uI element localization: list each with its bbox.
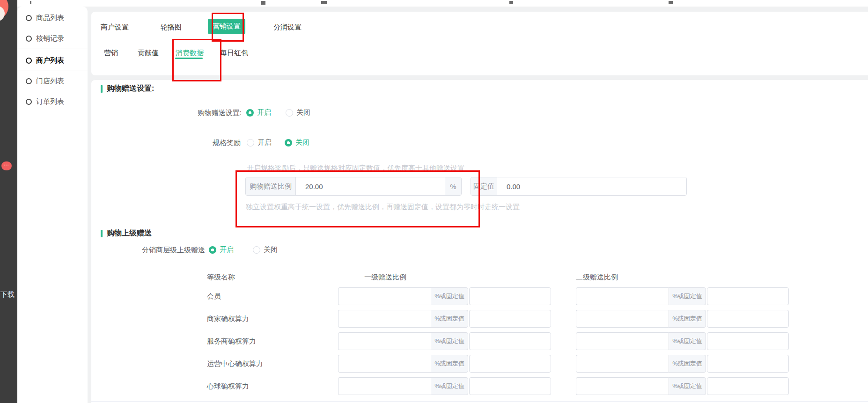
tier2-input-group: %或固定值	[576, 310, 789, 328]
gift-ratio-input-group: 购物赠送比例 %	[245, 177, 462, 196]
sidebar-item-store-list[interactable]: 门店列表	[17, 71, 88, 91]
tier2-fixed-input[interactable]	[707, 377, 789, 395]
percent-or-fixed-label: %或固定值	[669, 332, 706, 350]
tier2-input-group: %或固定值	[576, 355, 789, 373]
percent-or-fixed-label: %或固定值	[669, 377, 706, 395]
sidebar-item-goods-list[interactable]: 商品列表	[17, 7, 88, 28]
shopping-gift-off-radio[interactable]: 关闭	[286, 108, 310, 117]
sidebar-item-merchant-list[interactable]: 商户列表	[17, 50, 88, 71]
shopping-gift-on-radio[interactable]: 开启	[246, 108, 271, 117]
percent-or-fixed-label: %或固定值	[431, 287, 468, 305]
section-accent-bar	[101, 230, 103, 237]
circle-bullet-icon	[26, 15, 32, 21]
more-floating-button[interactable]: ···	[1, 161, 12, 170]
download-link[interactable]: 下载	[0, 290, 15, 299]
radio-option-label: 开启	[257, 108, 271, 117]
tier1-ratio-input[interactable]	[338, 355, 431, 373]
column-header-tier1-ratio: 一级赠送比例	[364, 273, 406, 282]
shopping-gift-toggle-label: 购物赠送设置:	[177, 109, 242, 117]
tier-name: 心球确权算力	[207, 382, 338, 391]
tier1-fixed-input[interactable]	[469, 377, 551, 395]
column-header-tier2-ratio: 二级赠送比例	[576, 273, 618, 282]
tier-name: 运营中心确权算力	[207, 359, 338, 368]
radio-unselected-icon	[253, 246, 260, 254]
active-subtab-underline	[175, 58, 203, 59]
tier2-fixed-input[interactable]	[707, 310, 789, 328]
radio-option-label: 开启	[257, 138, 272, 147]
fixed-value-input-group: 固定值	[471, 177, 687, 196]
sidebar-item-order-list[interactable]: 订单列表	[17, 91, 88, 112]
clipped-text-fragment	[321, 1, 327, 4]
sidebar-divider	[17, 49, 88, 49]
spec-reward-off-radio[interactable]: 关闭	[285, 138, 309, 147]
sidebar-item-verify-records[interactable]: 核销记录	[17, 28, 88, 49]
percent-or-fixed-label: %或固定值	[669, 355, 706, 373]
tab-marketing-settings[interactable]: 营销设置	[208, 19, 245, 34]
sidebar-item-label: 商品列表	[36, 14, 64, 22]
tier2-ratio-input[interactable]	[576, 332, 669, 350]
spec-reward-hint: 开启规格奖励后，只赠送规格对应固定数值，优先度高于其他赠送设置	[247, 164, 464, 173]
top-strip	[17, 0, 868, 7]
subtab-marketing[interactable]: 营销	[104, 49, 118, 58]
divider	[91, 401, 868, 402]
tier2-fixed-input[interactable]	[707, 332, 789, 350]
sidebar-divider	[17, 71, 88, 71]
tier1-input-group: %或固定值	[338, 355, 551, 373]
section-title-text: 购物赠送设置:	[107, 84, 154, 94]
tier1-ratio-input[interactable]	[338, 287, 431, 305]
gift-ratio-prefix-label: 购物赠送比例	[246, 177, 296, 195]
tier1-input-group: %或固定值	[338, 332, 551, 350]
sidebar-item-label: 核销记录	[36, 34, 64, 43]
section-shopping-gift: 购物赠送设置:	[101, 84, 154, 94]
table-row: 服务商确权算力 %或固定值 %或固定值	[207, 330, 789, 352]
radio-selected-icon	[246, 109, 254, 117]
radio-selected-icon	[209, 246, 216, 254]
percent-or-fixed-label: %或固定值	[669, 287, 706, 305]
tier1-fixed-input[interactable]	[469, 355, 551, 373]
table-row: 商家确权算力 %或固定值 %或固定值	[207, 308, 789, 330]
gift-ratio-input[interactable]	[296, 177, 445, 195]
clipped-text-fragment	[261, 1, 265, 5]
spec-reward-on-radio[interactable]: 开启	[247, 138, 272, 147]
tier2-fixed-input[interactable]	[707, 355, 789, 373]
tier1-ratio-input[interactable]	[338, 310, 431, 328]
tier2-ratio-input[interactable]	[576, 355, 669, 373]
sidebar-item-label: 订单列表	[36, 97, 64, 106]
tier1-input-group: %或固定值	[338, 287, 551, 305]
distributor-upper-off-radio[interactable]: 关闭	[253, 245, 278, 254]
spec-reward-label: 规格奖励	[177, 139, 241, 147]
radio-unselected-icon	[286, 109, 293, 117]
fixed-value-input[interactable]	[497, 177, 686, 195]
tier2-ratio-input[interactable]	[576, 377, 669, 395]
circle-bullet-icon	[26, 99, 32, 105]
sidebar: 商品列表 核销记录 商户列表 门店列表 订单列表	[17, 7, 88, 403]
radio-option-label: 关闭	[296, 108, 310, 117]
distributor-upper-on-radio[interactable]: 开启	[209, 245, 234, 254]
tier-name: 会员	[207, 292, 338, 301]
tier1-ratio-input[interactable]	[338, 377, 431, 395]
tier1-input-group: %或固定值	[338, 310, 551, 328]
tab-carousel[interactable]: 轮播图	[161, 23, 182, 32]
tier2-input-group: %或固定值	[576, 332, 789, 350]
tier1-ratio-input[interactable]	[338, 332, 431, 350]
radio-selected-icon	[285, 139, 292, 147]
tier2-ratio-input[interactable]	[576, 310, 669, 328]
subtab-consumption-data[interactable]: 消费数据	[176, 49, 204, 58]
tier1-fixed-input[interactable]	[469, 332, 551, 350]
tier2-fixed-input[interactable]	[707, 287, 789, 305]
tier1-fixed-input[interactable]	[469, 310, 551, 328]
tier2-ratio-input[interactable]	[576, 287, 669, 305]
column-header-tier-name: 等级名称	[207, 273, 235, 282]
tab-merchant-settings[interactable]: 商户设置	[101, 23, 129, 32]
subtab-daily-red-packet[interactable]: 每日红包	[220, 49, 248, 58]
tier1-fixed-input[interactable]	[469, 287, 551, 305]
section-upper-gift: 购物上级赠送	[101, 228, 152, 238]
table-row: 心球确权算力 %或固定值 %或固定值	[207, 375, 789, 397]
percent-or-fixed-label: %或固定值	[431, 310, 468, 328]
radio-option-label: 关闭	[295, 138, 309, 147]
left-rail	[0, 0, 17, 403]
radio-option-label: 开启	[220, 245, 234, 254]
tier2-input-group: %或固定值	[576, 287, 789, 305]
tab-profit-settings[interactable]: 分润设置	[273, 23, 302, 32]
subtab-contribution[interactable]: 贡献值	[138, 49, 159, 58]
